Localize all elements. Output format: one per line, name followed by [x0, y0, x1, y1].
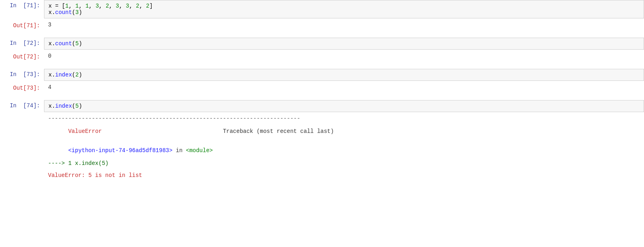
- cell-74: In [74]: x.index(5): [0, 100, 644, 112]
- traceback-in: in: [173, 147, 186, 154]
- output-72: Out[72]: 0: [0, 50, 644, 64]
- code-box-73[interactable]: x.index(2): [44, 69, 644, 81]
- code-box-74[interactable]: x.index(5): [44, 100, 644, 112]
- code-line-72-1: x.count(5): [48, 40, 640, 47]
- output-value-71: 3: [44, 20, 55, 30]
- code-box-72[interactable]: x.count(5): [44, 38, 644, 50]
- prompt-out-73: Out[73]:: [0, 82, 44, 94]
- output-value-73: 4: [44, 82, 55, 92]
- code-line-71-1: x = [1, 1, 1, 3, 2, 3, 3, 2, 2]: [48, 3, 640, 9]
- traceback-file: <ipython-input-74-96ad5df81983>: [68, 147, 172, 154]
- traceback-74: ----------------------------------------…: [44, 112, 644, 182]
- output-73: Out[73]: 4: [0, 81, 644, 95]
- prompt-in-73: In [73]:: [0, 69, 44, 81]
- traceback-file-line: <ipython-input-74-96ad5df81983> in <modu…: [48, 141, 640, 160]
- code-box-71[interactable]: x = [1, 1, 1, 3, 2, 3, 3, 2, 2] x.count(…: [44, 0, 644, 18]
- prompt-in-71: In [71]:: [0, 0, 44, 18]
- notebook: In [71]: x = [1, 1, 1, 3, 2, 3, 3, 2, 2]…: [0, 0, 644, 182]
- code-line-71-2: x.count(3): [48, 9, 640, 16]
- traceback-label: Traceback (most recent call last): [223, 128, 334, 135]
- traceback-arrow-line: ----> 1 x.index(5): [48, 160, 640, 167]
- error-name: ValueError: [68, 128, 102, 135]
- code-line-73-1: x.index(2): [48, 72, 640, 78]
- prompt-in-72: In [72]:: [0, 38, 44, 50]
- prompt-out-71: Out[71]:: [0, 20, 44, 31]
- code-line-74-1: x.index(5): [48, 103, 640, 109]
- cell-71-input: In [71]: x = [1, 1, 1, 3, 2, 3, 3, 2, 2]…: [0, 0, 644, 18]
- cell-73-input: In [73]: x.index(2): [0, 69, 644, 81]
- traceback-module: <module>: [186, 147, 213, 154]
- output-71: Out[71]: 3: [0, 18, 644, 33]
- cell-74-input: In [74]: x.index(5): [0, 100, 644, 112]
- cell-72: In [72]: x.count(5): [0, 38, 644, 50]
- cell-71: In [71]: x = [1, 1, 1, 3, 2, 3, 3, 2, 2]…: [0, 0, 644, 18]
- traceback-error-msg: ValueError: 5 is not in list: [48, 172, 640, 179]
- cell-72-input: In [72]: x.count(5): [0, 38, 644, 50]
- cell-73: In [73]: x.index(2): [0, 69, 644, 81]
- traceback-header: ValueError Traceback (most recent call l…: [48, 122, 640, 141]
- prompt-in-74: In [74]:: [0, 100, 44, 112]
- traceback-separator: ----------------------------------------…: [48, 115, 640, 122]
- prompt-out-72: Out[72]:: [0, 51, 44, 62]
- output-value-72: 0: [44, 51, 55, 61]
